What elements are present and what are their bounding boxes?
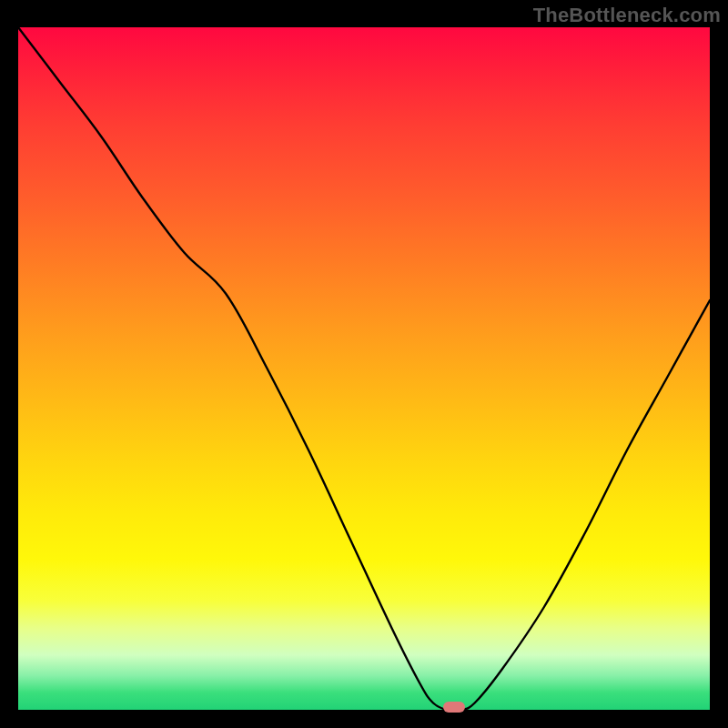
optimum-marker xyxy=(443,702,465,713)
plot-area xyxy=(18,27,710,710)
bottleneck-curve xyxy=(18,27,710,710)
chart-frame: TheBottleneck.com xyxy=(0,0,728,728)
watermark-text: TheBottleneck.com xyxy=(533,4,721,27)
